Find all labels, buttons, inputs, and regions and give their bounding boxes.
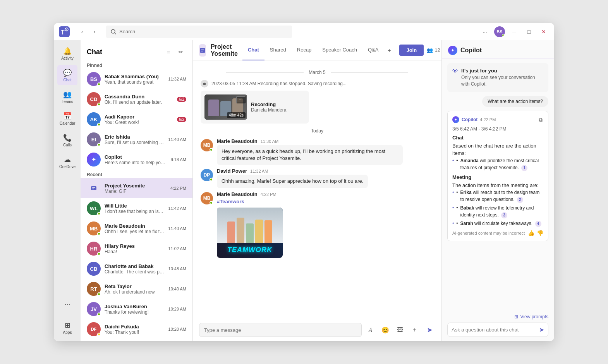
status-dot	[97, 103, 101, 106]
recording-title: Recording	[251, 101, 286, 107]
chat-header-icon	[199, 44, 206, 57]
chat-title: Project Yosemite	[211, 43, 238, 57]
tab-qa[interactable]: Q&A	[362, 40, 384, 60]
chat-list-actions: ≡ ✏	[163, 46, 186, 57]
chat-badge: 6/2	[177, 117, 186, 122]
chat-preview: Here's some info to help you prep for yo…	[105, 160, 167, 165]
sidebar-label-activity: Activity	[61, 56, 74, 60]
chat-time: 11:32 AM	[168, 77, 186, 81]
citation-badge: 3	[501, 212, 507, 218]
list-item[interactable]: WL Will Little I don't see that being an…	[81, 198, 192, 218]
sidebar-item-calendar[interactable]: 📅 Calendar	[57, 108, 77, 129]
view-prompts-label: View prompts	[520, 314, 548, 319]
chat-list: Chat ≡ ✏ Pinned BS Babak Shammas (You)	[81, 40, 193, 341]
send-button[interactable]: ➤	[424, 324, 435, 336]
sidebar-apps-button[interactable]: ⊞ Apps	[57, 318, 77, 338]
sidebar-more-button[interactable]: ···	[57, 294, 77, 314]
message-header: Marie Beaudouin 4:22 PM	[217, 191, 434, 197]
search-bar[interactable]: Search	[106, 26, 292, 38]
chat-name: Copilot	[105, 154, 167, 160]
copilot-notice: 👁 It's just for you Only you can see you…	[447, 63, 548, 92]
view-prompts-link[interactable]: ⊞ View prompts	[447, 314, 548, 319]
tab-shared[interactable]: Shared	[264, 40, 292, 60]
more-options-button[interactable]: ···	[479, 26, 490, 37]
emoji-button[interactable]: 😊	[380, 324, 391, 336]
gif-container: TEAMWORK	[217, 208, 434, 258]
list-item[interactable]: ✦ Copilot Here's some info to help you p…	[81, 149, 192, 170]
suggestion-container: What are the action items?	[447, 96, 548, 107]
recording-card[interactable]: 48m 42s ··· Recording Daniela Mandera	[201, 91, 309, 124]
list-item[interactable]: DF Daichi Fukuda You: Thank you!! 10:20 …	[81, 319, 192, 339]
list-item-text: Amanda will prioritize the most critical…	[460, 157, 543, 171]
chat-icon: 💬	[63, 69, 72, 77]
thumbs-down-button[interactable]: 👎	[537, 230, 543, 236]
recording-more-button[interactable]: ···	[236, 96, 246, 103]
recording-duration: 48m 42s	[227, 112, 246, 118]
message-text: #Teamwork	[217, 198, 244, 205]
filter-button[interactable]: ≡	[163, 46, 174, 57]
join-button[interactable]: Join	[399, 45, 424, 56]
user-avatar[interactable]: BS	[494, 26, 505, 37]
list-item[interactable]: BS Babak Shammas (You) Yeah, that sounds…	[81, 69, 192, 89]
participants-count: 12	[435, 47, 440, 53]
svg-rect-6	[91, 186, 96, 190]
status-dot	[210, 148, 213, 151]
list-item[interactable]: CD Cassandra Dunn Ok. I'll send an updat…	[81, 89, 192, 109]
sidebar-item-calls[interactable]: 📞 Calls	[57, 130, 77, 150]
sticker-button[interactable]: 🖼	[394, 324, 406, 336]
maximize-button[interactable]: □	[524, 26, 534, 37]
tab-speaker-coach[interactable]: Speaker Coach	[317, 40, 362, 60]
nav-forward-button[interactable]: ›	[89, 26, 100, 37]
attach-button[interactable]: +	[409, 324, 421, 336]
copilot-chat-section: Chat	[452, 135, 543, 141]
sidebar-item-activity[interactable]: 🔔 Activity	[57, 43, 77, 64]
sidebar: 🔔 Activity 💬 Chat 👥 Teams 📅 Calendar 📞 C…	[54, 40, 81, 341]
thumbs-up-button[interactable]: 👍	[528, 230, 534, 236]
chat-name: Daichi Fukuda	[105, 324, 165, 330]
teams-logo: T T	[59, 26, 70, 37]
chat-name: Joshua VanBuren	[105, 304, 165, 309]
copilot-send-button[interactable]: ➤	[539, 326, 544, 333]
chat-preview: You: Thank you!!	[105, 330, 165, 335]
sidebar-label-calls: Calls	[63, 143, 72, 147]
copilot-suggestion[interactable]: What are the action items?	[482, 96, 548, 107]
add-tab-button[interactable]: +	[384, 45, 395, 56]
sidebar-label-chat: Chat	[63, 78, 71, 82]
list-item[interactable]: AK Aadi Kapoor You: Great work! 6/2	[81, 109, 192, 129]
status-dot	[97, 143, 101, 146]
close-button[interactable]: ✕	[538, 26, 549, 37]
list-item[interactable]: CB Charlotte and Babak Charlotte: The cl…	[81, 259, 192, 279]
message-input-bar: 𝐴 😊 🖼 + ➤	[193, 319, 441, 341]
sidebar-label-calendar: Calendar	[60, 121, 76, 125]
copilot-meeting-intro: The action items from the meeting are:	[452, 182, 543, 189]
tab-chat[interactable]: Chat	[242, 40, 264, 60]
copy-button[interactable]: ⧉	[538, 116, 543, 124]
list-item-text: Erika will reach out to the design team …	[460, 189, 543, 203]
chat-preview: Haha!	[105, 249, 165, 254]
chat-info: Eric Ishida Sure, I'll set up something …	[105, 134, 165, 145]
format-button[interactable]: 𝐴	[365, 324, 376, 336]
sidebar-item-onedrive[interactable]: ☁ OneDrive	[57, 152, 77, 172]
chat-preview: Ah, ok I understand now.	[105, 289, 165, 295]
svg-line-5	[115, 33, 116, 34]
nav-back-button[interactable]: ‹	[77, 26, 88, 37]
new-chat-button[interactable]: ✏	[175, 46, 186, 57]
list-item[interactable]: EI Eric Ishida Sure, I'll set up somethi…	[81, 129, 192, 149]
copilot-header: ✦ Copilot	[442, 40, 554, 58]
list-item[interactable]: MB Marie Beaudouin Ohhh I see, yes let m…	[81, 218, 192, 239]
list-item[interactable]: Project Yosemite Marie: GIF 4:22 PM	[81, 178, 192, 198]
message-input[interactable]	[199, 323, 362, 337]
chat-preview: Sure, I'll set up something for next wee…	[105, 140, 165, 145]
sidebar-item-chat[interactable]: 💬 Chat	[57, 65, 77, 85]
chat-badge: 6/2	[177, 97, 186, 102]
sidebar-item-teams[interactable]: 👥 Teams	[57, 87, 77, 107]
list-item[interactable]: RT Reta Taylor Ah, ok I understand now. …	[81, 279, 192, 299]
sidebar-label-apps: Apps	[63, 330, 72, 335]
copilot-input[interactable]	[452, 327, 536, 333]
copilot-meeting-section: Meeting	[452, 174, 543, 180]
list-item[interactable]: JV Joshua VanBuren Thanks for reviewing!…	[81, 299, 192, 319]
list-item: • Amanda will prioritize the most critic…	[452, 157, 543, 171]
minimize-button[interactable]: ─	[509, 26, 520, 37]
list-item[interactable]: HR Hilary Reyes Haha! 11:02 AM	[81, 239, 192, 259]
tab-recap[interactable]: Recap	[292, 40, 317, 60]
